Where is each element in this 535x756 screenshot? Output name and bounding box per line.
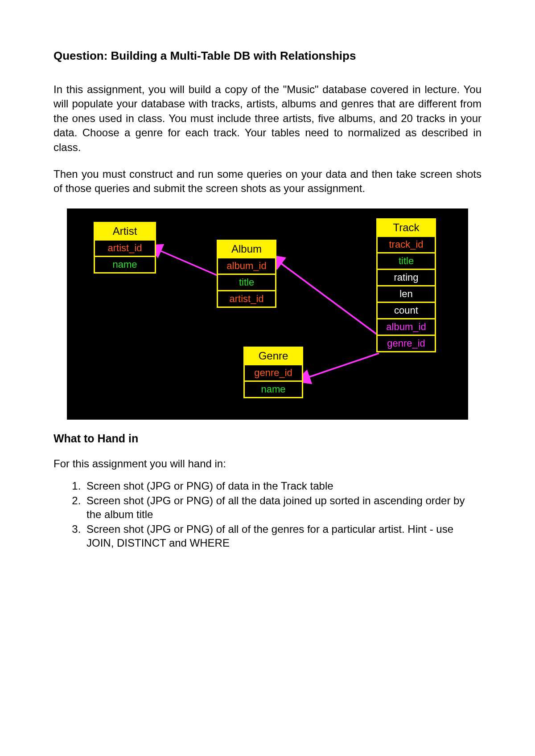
track-field-rating: rating <box>378 269 435 285</box>
track-field-album-id: album_id <box>378 318 435 335</box>
hand-in-item-1: Screen shot (JPG or PNG) of data in the … <box>84 479 482 493</box>
artist-field-name: name <box>95 256 155 272</box>
genre-field-genre-id: genre_id <box>245 364 302 380</box>
table-genre-header: Genre <box>245 348 302 364</box>
table-album-header: Album <box>218 241 275 257</box>
paragraph-2: Then you must construct and run some que… <box>54 167 482 196</box>
genre-field-name: name <box>245 380 302 397</box>
document-page: Question: Building a Multi-Table DB with… <box>0 0 535 605</box>
track-field-title: title <box>378 252 435 269</box>
table-artist-header: Artist <box>95 223 155 239</box>
artist-field-artist-id: artist_id <box>95 239 155 256</box>
table-artist: Artist artist_id name <box>94 222 156 274</box>
album-field-title: title <box>218 274 275 290</box>
hand-in-heading: What to Hand in <box>54 432 482 445</box>
track-field-count: count <box>378 302 435 318</box>
album-field-album-id: album_id <box>218 257 275 274</box>
hand-in-lead: For this assignment you will hand in: <box>54 458 482 470</box>
table-genre: Genre genre_id name <box>243 347 303 398</box>
track-field-track-id: track_id <box>378 236 435 252</box>
track-field-genre-id: genre_id <box>378 335 435 351</box>
svg-line-2 <box>307 353 379 378</box>
table-track-header: Track <box>378 220 435 236</box>
diagram-container: Artist artist_id name Album album_id tit… <box>54 208 482 420</box>
er-diagram: Artist artist_id name Album album_id tit… <box>67 208 468 420</box>
table-album: Album album_id title artist_id <box>217 240 276 308</box>
track-field-len: len <box>378 285 435 302</box>
hand-in-list: Screen shot (JPG or PNG) of data in the … <box>54 479 482 550</box>
hand-in-item-3: Screen shot (JPG or PNG) of all of the g… <box>84 522 482 550</box>
hand-in-item-2: Screen shot (JPG or PNG) of all the data… <box>84 494 482 521</box>
paragraph-1: In this assignment, you will build a cop… <box>54 82 482 155</box>
album-field-artist-id: artist_id <box>218 290 275 306</box>
svg-line-1 <box>279 262 379 336</box>
question-title: Question: Building a Multi-Table DB with… <box>54 49 482 63</box>
table-track: Track track_id title rating len count al… <box>376 218 436 352</box>
